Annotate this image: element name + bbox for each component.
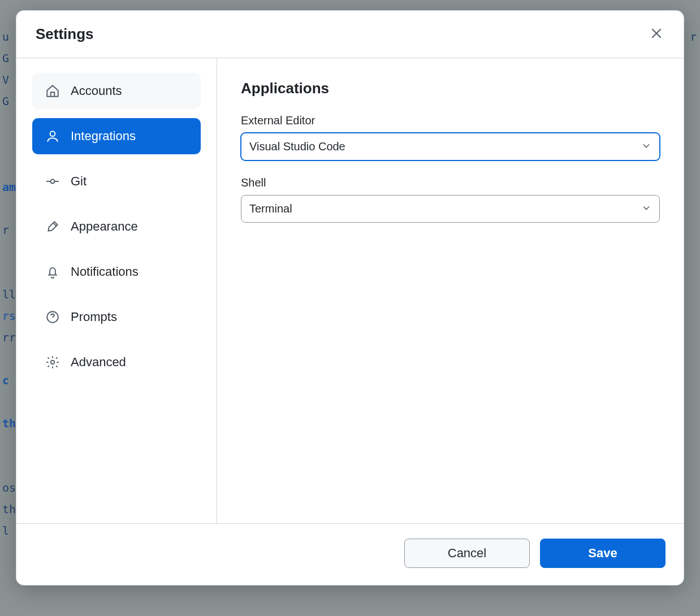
close-icon bbox=[650, 27, 663, 42]
modal-body: Accounts Integrations Git Appearance bbox=[16, 58, 684, 523]
git-commit-icon bbox=[45, 173, 61, 189]
external-editor-field: External Editor Visual Studio Code bbox=[241, 114, 660, 160]
sidebar-item-notifications[interactable]: Notifications bbox=[32, 254, 201, 290]
home-icon bbox=[45, 83, 61, 99]
save-button[interactable]: Save bbox=[540, 539, 666, 568]
close-button[interactable] bbox=[647, 24, 666, 44]
modal-header: Settings bbox=[16, 11, 684, 58]
settings-main-pane: Applications External Editor Visual Stud… bbox=[217, 58, 684, 523]
svg-point-0 bbox=[50, 131, 55, 136]
sidebar-item-label: Notifications bbox=[71, 264, 139, 279]
question-circle-icon bbox=[45, 309, 61, 325]
shell-field: Shell Terminal bbox=[241, 176, 660, 223]
settings-sidebar: Accounts Integrations Git Appearance bbox=[16, 58, 217, 523]
external-editor-label: External Editor bbox=[241, 114, 660, 127]
svg-point-3 bbox=[51, 361, 55, 365]
sidebar-item-prompts[interactable]: Prompts bbox=[32, 299, 201, 335]
sidebar-item-integrations[interactable]: Integrations bbox=[32, 118, 201, 154]
modal-title: Settings bbox=[36, 25, 94, 43]
sidebar-item-label: Git bbox=[71, 174, 87, 189]
cancel-button[interactable]: Cancel bbox=[404, 539, 530, 568]
sidebar-item-accounts[interactable]: Accounts bbox=[32, 73, 201, 109]
settings-modal: Settings Accounts Integrations bbox=[16, 10, 684, 585]
sidebar-item-git[interactable]: Git bbox=[32, 163, 201, 199]
bell-icon bbox=[45, 264, 61, 280]
modal-footer: Cancel Save bbox=[16, 523, 684, 585]
sidebar-item-label: Appearance bbox=[71, 219, 138, 234]
person-icon bbox=[45, 128, 61, 144]
paintbrush-icon bbox=[45, 219, 61, 235]
sidebar-item-label: Advanced bbox=[71, 355, 126, 370]
svg-point-1 bbox=[51, 180, 55, 184]
shell-label: Shell bbox=[241, 176, 660, 189]
sidebar-item-label: Accounts bbox=[71, 84, 122, 98]
sidebar-item-advanced[interactable]: Advanced bbox=[32, 344, 201, 380]
sidebar-item-appearance[interactable]: Appearance bbox=[32, 209, 201, 245]
shell-select[interactable]: Terminal bbox=[241, 195, 660, 223]
external-editor-select[interactable]: Visual Studio Code bbox=[241, 133, 660, 160]
gear-icon bbox=[45, 354, 61, 370]
sidebar-item-label: Prompts bbox=[71, 310, 117, 324]
section-title-applications: Applications bbox=[241, 80, 660, 97]
sidebar-item-label: Integrations bbox=[71, 129, 136, 144]
